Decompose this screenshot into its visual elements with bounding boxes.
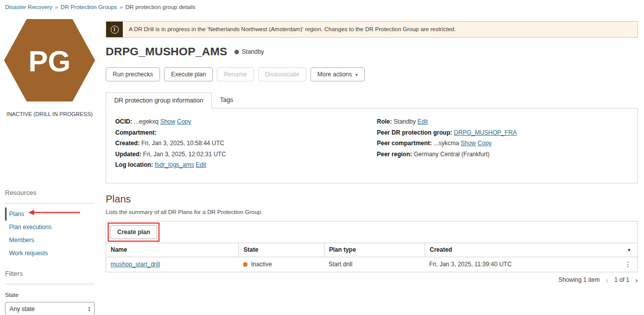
ocid-show-link[interactable]: Show <box>160 118 175 125</box>
peer-group-label: Peer DR protection group: <box>377 129 452 136</box>
log-location-edit-link[interactable]: Edit <box>196 161 206 168</box>
banner-message: A DR Drill is in progress in the 'Nether… <box>123 22 462 37</box>
sidebar-item-members[interactable]: Members <box>5 234 95 247</box>
ocid-label: OCID: <box>115 118 132 125</box>
banner-icon-block: i <box>106 22 123 37</box>
created-label: Created: <box>115 140 140 147</box>
avatar-status-caption: INACTIVE (DRILL IN PROGRESS) <box>4 111 95 117</box>
info-icon: i <box>111 26 119 34</box>
status-indicator: Standby <box>234 48 264 55</box>
sort-caret-icon[interactable]: ▾ <box>628 247 630 253</box>
peer-compartment-value: ...sykcma <box>434 140 459 147</box>
peer-compartment-copy-link[interactable]: Copy <box>477 140 492 147</box>
rename-button: Rename <box>217 67 254 81</box>
log-location-link[interactable]: fsdr_logs_ams <box>155 161 194 168</box>
field-log-location: Log location: fsdr_logs_ams Edit <box>115 160 377 171</box>
group-information-panel: OCID: ...egekxq Show Copy Compartment: C… <box>106 108 638 183</box>
ocid-copy-link[interactable]: Copy <box>177 118 191 125</box>
plans-section-title: Plans <box>106 193 638 205</box>
pg-hexagon-icon: PG <box>4 19 95 101</box>
filters-heading: Filters <box>5 270 95 284</box>
log-location-label: Log location: <box>115 161 153 168</box>
page-next-icon[interactable]: › <box>635 276 638 284</box>
plans-table-toolbar: Create plan <box>106 222 637 243</box>
sidebar-item-plans-link[interactable]: Plans <box>9 211 24 218</box>
field-compartment: Compartment: <box>115 128 377 139</box>
detail-tabs: DR protection group information Tags <box>106 92 638 108</box>
column-header-plan-type: Plan type <box>324 243 425 257</box>
role-value: Standby <box>393 118 416 125</box>
plans-table-panel: Create plan Name State Plan type Created… <box>106 221 638 272</box>
page-title: DRPG_MUSHOP_AMS <box>106 45 227 58</box>
peer-region-value: Germany Central (Frankfurt) <box>414 151 490 158</box>
tab-tags[interactable]: Tags <box>212 92 241 108</box>
table-row: mushop_start_drill Inactive Start drill … <box>106 257 637 272</box>
role-label: Role: <box>377 118 392 125</box>
plans-section-subtitle: Lists the summary of all DR Plans for a … <box>106 209 638 215</box>
pagination: Showing 1 item ‹ 1 of 1 › <box>106 276 638 284</box>
select-arrows-icon: ▴ ▾ <box>88 306 90 312</box>
state-filter-label: State <box>5 292 95 298</box>
breadcrumb-separator-icon: » <box>120 4 123 10</box>
sidebar: Resources Plans Plan executions Members … <box>5 189 95 315</box>
breadcrumb-current: DR protection group details <box>125 4 195 10</box>
column-header-state: State <box>238 243 324 257</box>
peer-region-label: Peer region: <box>377 151 412 158</box>
plan-type-cell: Start drill <box>324 261 425 268</box>
page-previous-icon[interactable]: ‹ <box>606 276 608 284</box>
select-down-icon: ▾ <box>88 309 90 312</box>
state-filter-value: Any state <box>10 305 35 312</box>
plan-name-link[interactable]: mushop_start_drill <box>111 261 160 268</box>
breadcrumb: Disaster Recovery»DR Protection Groups»D… <box>5 4 196 10</box>
field-peer-compartment: Peer compartment: ...sykcma Show Copy <box>377 138 628 149</box>
avatar-text: PG <box>29 45 71 77</box>
breadcrumb-link-disaster-recovery[interactable]: Disaster Recovery <box>5 4 52 10</box>
peer-compartment-show-link[interactable]: Show <box>461 140 476 147</box>
title-row: DRPG_MUSHOP_AMS Standby <box>106 45 638 58</box>
pagination-page: 1 of 1 <box>614 276 629 283</box>
row-actions-kebab-icon[interactable]: ⋮ <box>622 260 633 268</box>
plan-created-value: Fri, Jan 3, 2025, 11:39:40 UTC <box>429 261 512 268</box>
sidebar-item-work-requests-link[interactable]: Work requests <box>9 250 48 257</box>
field-peer-group: Peer DR protection group: DRPG_MUSHOP_FR… <box>377 128 628 139</box>
more-actions-button[interactable]: More actions▾ <box>310 67 365 81</box>
updated-label: Updated: <box>115 151 141 158</box>
column-header-created: Created ▾ <box>425 243 637 257</box>
create-plan-button[interactable]: Create plan <box>110 225 157 239</box>
standby-status-dot <box>234 50 239 54</box>
chevron-down-icon: ▾ <box>356 72 358 77</box>
column-header-name: Name <box>106 243 238 257</box>
sidebar-item-plan-executions[interactable]: Plan executions <box>5 221 95 234</box>
role-edit-link[interactable]: Edit <box>418 118 428 125</box>
state-filter-select[interactable]: Any state ▴ ▾ <box>5 302 95 315</box>
peer-compartment-label: Peer compartment: <box>377 140 432 147</box>
peer-group-link[interactable]: DRPG_MUSHOP_FRA <box>454 129 517 136</box>
status-label: Standby <box>242 48 264 55</box>
sidebar-item-plans[interactable]: Plans <box>5 207 95 221</box>
info-column-right: Role: Standby Edit Peer DR protection gr… <box>377 117 628 171</box>
info-column-left: OCID: ...egekxq Show Copy Compartment: C… <box>115 117 377 171</box>
sidebar-item-members-link[interactable]: Members <box>9 237 34 244</box>
execute-plan-button[interactable]: Execute plan <box>164 67 213 81</box>
more-actions-label: More actions <box>317 71 352 78</box>
breadcrumb-link-dr-protection-groups[interactable]: DR Protection Groups <box>60 4 117 10</box>
field-updated: Updated: Fri, Jan 3, 2025, 12:02:31 UTC <box>115 149 377 160</box>
resources-list: Plans Plan executions Members Work reque… <box>5 207 95 260</box>
sidebar-item-work-requests[interactable]: Work requests <box>5 247 95 260</box>
created-value: Fri, Jan 3, 2025, 10:58:44 UTC <box>141 140 224 147</box>
disassociate-button: Disassociate <box>258 67 306 81</box>
tab-dr-protection-group-information[interactable]: DR protection group information <box>106 92 212 109</box>
field-created: Created: Fri, Jan 3, 2025, 10:58:44 UTC <box>115 138 377 149</box>
plan-created-cell: Fri, Jan 3, 2025, 11:39:40 UTC ⋮ <box>425 260 637 268</box>
ocid-value: ...egekxq <box>134 118 158 125</box>
plan-state-label: Inactive <box>251 261 272 268</box>
plan-name-cell: mushop_start_drill <box>106 261 238 268</box>
breadcrumb-separator-icon: » <box>55 4 58 10</box>
annotation-arrow <box>28 209 82 216</box>
created-header-label: Created <box>430 246 452 253</box>
sidebar-item-plan-executions-link[interactable]: Plan executions <box>9 224 52 231</box>
run-prechecks-button[interactable]: Run prechecks <box>106 67 160 81</box>
resource-avatar: PG INACTIVE (DRILL IN PROGRESS) <box>4 19 95 117</box>
inactive-status-dot <box>243 262 248 267</box>
plans-table-header: Name State Plan type Created ▾ <box>106 243 637 257</box>
